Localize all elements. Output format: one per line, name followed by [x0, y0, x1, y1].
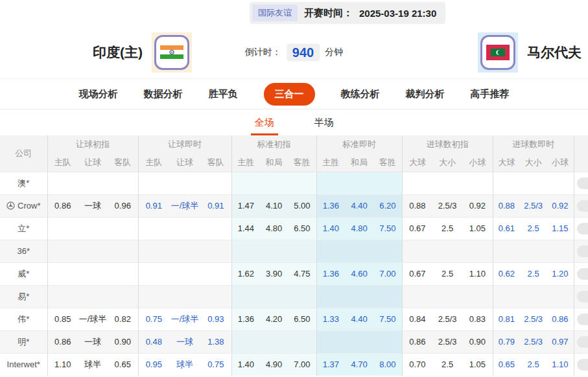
- company-cell[interactable]: 易*: [0, 285, 47, 308]
- detail-pill-button[interactable]: [577, 359, 588, 371]
- live-odds-cell[interactable]: 球半: [169, 353, 200, 376]
- live-odds-cell[interactable]: 1.40: [316, 217, 345, 240]
- sub-header: 大小: [520, 154, 547, 172]
- live-odds-cell[interactable]: 4.40: [345, 194, 373, 217]
- live-odds-cell[interactable]: 0.95: [138, 353, 169, 376]
- live-odds-cell: [200, 240, 231, 262]
- live-odds-cell[interactable]: 2.5: [520, 217, 547, 240]
- company-cell[interactable]: 伟*: [0, 308, 47, 330]
- live-odds-cell[interactable]: 2.5: [520, 262, 547, 285]
- detail-pill-button[interactable]: [577, 291, 588, 303]
- live-odds-cell[interactable]: 1.33: [316, 308, 345, 330]
- nav-tab-6[interactable]: 裁判分析: [406, 88, 445, 100]
- company-cell[interactable]: Interwet*: [0, 353, 47, 376]
- live-odds-cell[interactable]: 0.86: [547, 308, 574, 330]
- nav-tab-5[interactable]: 教练分析: [341, 88, 380, 100]
- company-cell[interactable]: 36*: [0, 240, 47, 262]
- live-odds-cell[interactable]: 8.00: [373, 353, 402, 376]
- live-odds-cell[interactable]: 4.60: [345, 262, 373, 285]
- row-action-cell: [574, 308, 588, 330]
- nav-tab-7[interactable]: 高手推荐: [471, 88, 510, 100]
- live-odds-cell[interactable]: 0.62: [493, 262, 520, 285]
- live-odds-cell[interactable]: 0.75: [138, 308, 169, 330]
- live-odds-cell[interactable]: 1.20: [547, 262, 574, 285]
- live-odds-cell: [169, 285, 200, 308]
- live-odds-cell[interactable]: 1.38: [200, 330, 231, 353]
- nav-tab-3[interactable]: 胜平负: [209, 88, 238, 100]
- nav-tab-1[interactable]: 现场分析: [79, 88, 118, 100]
- group-header-3: 标准初指: [231, 135, 316, 154]
- live-odds-cell[interactable]: 2.5: [520, 353, 547, 376]
- live-odds-cell[interactable]: 2.5/3: [520, 308, 547, 330]
- live-odds-cell[interactable]: 2.5/3: [520, 194, 547, 217]
- live-odds-cell[interactable]: 1.36: [316, 262, 345, 285]
- company-cell[interactable]: 明*: [0, 330, 47, 353]
- initial-odds-cell: 0.70: [402, 353, 432, 376]
- company-cell[interactable]: 威*: [0, 262, 47, 285]
- live-odds-cell[interactable]: 0.75: [200, 353, 231, 376]
- detail-pill-button[interactable]: [577, 200, 588, 212]
- company-name[interactable]: 澳*: [18, 177, 29, 189]
- company-name[interactable]: Crow*: [18, 201, 40, 211]
- live-odds-cell[interactable]: 一/球半: [169, 194, 200, 217]
- live-odds-cell[interactable]: 1.37: [316, 353, 345, 376]
- sub-header: 主队: [138, 154, 169, 172]
- live-odds-cell[interactable]: 4.40: [345, 308, 373, 330]
- company-cell[interactable]: 澳*: [0, 172, 47, 194]
- live-odds-cell[interactable]: 0.91: [138, 194, 169, 217]
- live-odds-cell[interactable]: 一/球半: [169, 308, 200, 330]
- initial-odds-cell: 2.5/3: [432, 330, 462, 353]
- company-name[interactable]: 易*: [18, 291, 29, 303]
- company-name[interactable]: 伟*: [18, 314, 29, 325]
- live-odds-cell[interactable]: 7.50: [373, 308, 402, 330]
- live-odds-cell[interactable]: 2.5/3: [520, 330, 547, 353]
- live-odds-cell[interactable]: 一球: [169, 330, 200, 353]
- live-odds-cell[interactable]: 4.70: [345, 353, 373, 376]
- live-odds-cell[interactable]: 0.48: [138, 330, 169, 353]
- live-odds-cell[interactable]: 1.10: [547, 353, 574, 376]
- live-odds-cell[interactable]: 0.65: [493, 353, 520, 376]
- live-odds-cell[interactable]: 0.91: [200, 194, 231, 217]
- detail-pill-button[interactable]: [577, 336, 588, 348]
- period-tab-1[interactable]: 全场: [255, 109, 274, 135]
- live-odds-cell[interactable]: 7.50: [373, 217, 402, 240]
- company-name[interactable]: Interwet*: [7, 360, 40, 369]
- live-odds-cell[interactable]: 0.97: [547, 330, 574, 353]
- away-team: 马尔代夫: [478, 32, 582, 73]
- detail-pill-button[interactable]: [577, 223, 588, 234]
- live-odds-cell[interactable]: 4.80: [345, 217, 373, 240]
- company-name[interactable]: 立*: [18, 223, 29, 234]
- initial-odds-cell: [47, 240, 78, 262]
- company-name[interactable]: 威*: [18, 268, 29, 280]
- initial-odds-cell: 2.5: [432, 262, 462, 285]
- live-odds-cell[interactable]: 0.92: [547, 194, 574, 217]
- live-odds-cell[interactable]: 6.20: [373, 194, 402, 217]
- company-name[interactable]: 明*: [18, 336, 29, 348]
- live-odds-cell: [169, 217, 200, 240]
- detail-pill-button[interactable]: [577, 177, 588, 189]
- detail-pill-button[interactable]: [577, 314, 588, 325]
- live-odds-cell[interactable]: 0.93: [200, 308, 231, 330]
- live-odds-cell: [373, 285, 402, 308]
- nav-tab-4[interactable]: 三合一: [264, 83, 315, 106]
- sub-header: 主胜: [316, 154, 345, 172]
- live-odds-cell[interactable]: 0.88: [493, 194, 520, 217]
- detail-pill-button[interactable]: [577, 246, 588, 257]
- live-odds-cell[interactable]: 1.36: [316, 194, 345, 217]
- detail-pill-button[interactable]: [577, 268, 588, 280]
- company-name[interactable]: 36*: [17, 246, 30, 256]
- live-odds-cell[interactable]: 7.00: [373, 262, 402, 285]
- company-cell[interactable]: Crow*: [0, 194, 47, 217]
- initial-odds-cell: 0.67: [402, 262, 432, 285]
- nav-tab-2[interactable]: 数据分析: [144, 88, 183, 100]
- live-odds-cell[interactable]: 0.81: [493, 308, 520, 330]
- live-odds-cell[interactable]: 1.15: [547, 217, 574, 240]
- initial-odds-cell: 0.86: [47, 194, 78, 217]
- league-badge[interactable]: 国际友谊: [252, 5, 298, 21]
- company-cell[interactable]: 立*: [0, 217, 47, 240]
- period-tab-2[interactable]: 半场: [314, 109, 334, 135]
- live-odds-cell[interactable]: 0.61: [493, 217, 520, 240]
- live-odds-cell: [547, 172, 574, 194]
- sub-header: 让球: [169, 154, 200, 172]
- live-odds-cell[interactable]: 0.79: [493, 330, 520, 353]
